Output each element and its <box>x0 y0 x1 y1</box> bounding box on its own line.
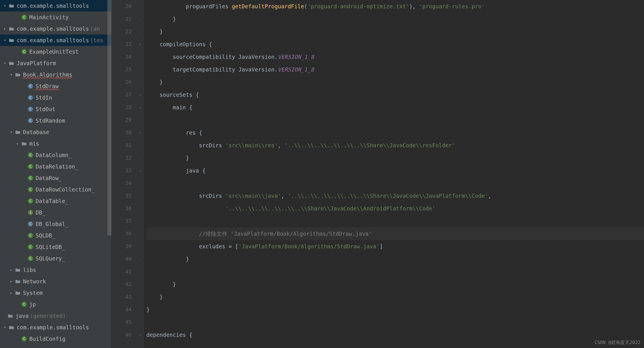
fold-open-icon[interactable]: ⊟ <box>137 328 143 341</box>
chevron-right-icon[interactable]: ▸ <box>15 141 20 146</box>
fold-open-icon[interactable]: ⊟ <box>137 164 143 177</box>
fold-close-icon[interactable]: ⌞ <box>137 291 143 303</box>
class-icon: C <box>28 244 33 250</box>
tree-item-datatable-[interactable]: CDataTable_ <box>0 195 111 207</box>
token-default: res <box>146 129 199 136</box>
fold-none <box>137 190 143 202</box>
code-line[interactable]: srcDirs 'src\\main\\java', '..\\..\\..\\… <box>146 190 644 202</box>
code-line[interactable] <box>146 316 644 328</box>
tree-item-libs[interactable]: ▸libs <box>0 264 111 276</box>
code-line[interactable]: } <box>146 13 644 25</box>
code-line[interactable]: res { <box>146 126 644 139</box>
tree-item-datacolumn-[interactable]: CDataColumn_ <box>0 149 111 161</box>
tree-item-datarowcollection-[interactable]: CDataRowCollection_ <box>0 184 111 195</box>
chevron-right-icon[interactable]: ▸ <box>2 26 7 31</box>
code-line[interactable]: } <box>146 291 644 303</box>
code-line[interactable]: sourceSets { <box>146 88 644 101</box>
chevron-down-icon[interactable]: ▾ <box>9 72 14 77</box>
tree-item-buildconfig[interactable]: CBuildConfig <box>0 333 111 345</box>
code-line[interactable] <box>146 215 644 227</box>
tree-item-sqldb-[interactable]: CSQLDB_ <box>0 230 111 241</box>
code-line[interactable] <box>146 114 644 126</box>
fold-open-icon[interactable]: ⊟ <box>137 88 143 101</box>
chevron-down-icon[interactable]: ▾ <box>2 38 7 43</box>
tree-item-jp[interactable]: Cjp <box>0 299 111 310</box>
tree-item-db-[interactable]: IDB_ <box>0 207 111 218</box>
fold-close-icon[interactable]: ⌞ <box>137 13 143 25</box>
code-line[interactable]: '..\\..\\..\\..\\..\\..\\Share\\JavaCode… <box>146 202 644 215</box>
tree-item-com-example-smalltools[interactable]: ▾com.example.smalltools <box>0 322 111 333</box>
code-line[interactable]: main { <box>146 101 644 114</box>
tree-item-javaplatform[interactable]: ▾JavaPlatform <box>0 57 111 69</box>
code-line[interactable]: } <box>146 76 644 88</box>
tree-item-database[interactable]: ▾Database <box>0 126 111 138</box>
chevron-down-icon[interactable]: ▾ <box>9 129 14 135</box>
fold-close-icon[interactable]: ⌞ <box>137 278 143 291</box>
tree-item-book-algorithms[interactable]: ▾Book.Algorithms <box>0 69 111 80</box>
tree-item-com-example-smalltools[interactable]: ▾com.example.smalltools <box>0 0 111 11</box>
class-icon: C <box>28 198 33 204</box>
code-line[interactable]: } <box>146 152 644 164</box>
fold-open-icon[interactable]: ⊟ <box>137 126 143 139</box>
chevron-right-icon[interactable]: ▸ <box>9 279 14 284</box>
fold-open-icon[interactable]: ⊟ <box>137 101 143 114</box>
token-bracket: } <box>146 294 163 300</box>
tree-item-sqlquery-[interactable]: CSQLQuery_ <box>0 253 111 264</box>
code-area[interactable]: proguardFiles getDefaultProguardFile('pr… <box>144 0 644 348</box>
code-line[interactable]: } <box>146 25 644 38</box>
code-line[interactable]: java { <box>146 164 644 177</box>
code-line[interactable]: srcDirs 'src\\main\\res', '..\\..\\..\\.… <box>146 139 644 152</box>
tree-item-db-global-[interactable]: CDB_Global_ <box>0 218 111 230</box>
code-line[interactable]: excludes = ['JavaPlatform/Book/Algorithm… <box>146 240 644 253</box>
tree-item-network[interactable]: ▸Network <box>0 276 111 287</box>
chevron-down-icon[interactable]: ▾ <box>2 3 7 8</box>
code-line[interactable]: } <box>146 253 644 265</box>
code-line[interactable]: compileOptions { <box>146 38 644 51</box>
fold-close-icon[interactable]: ⌞ <box>137 303 143 316</box>
token-string: '..\\..\\..\\..\\..\\..\\Share\\JavaCode… <box>225 205 436 212</box>
tree-item-stdin[interactable]: CStdIn <box>0 92 111 103</box>
code-line[interactable]: dependencies { <box>146 328 644 341</box>
code-line[interactable]: //排除文件 'JavaPlatform/Book/Algorithms/Std… <box>146 227 644 240</box>
scrollbar-thumb[interactable] <box>107 0 111 235</box>
chevron-down-icon[interactable]: ▾ <box>2 61 7 66</box>
fold-open-icon[interactable]: ⊟ <box>137 38 143 51</box>
project-tree[interactable]: ▾com.example.smalltoolsCMainActivity▸com… <box>0 0 111 348</box>
class-icon: C <box>21 336 27 342</box>
tree-item-java[interactable]: java(generated) <box>0 310 111 322</box>
tree-item-mainactivity[interactable]: CMainActivity <box>0 11 111 23</box>
token-default: java <box>146 167 202 174</box>
code-line[interactable]: targetCompatibility JavaVersion.VERSION_… <box>146 63 644 76</box>
fold-close-icon[interactable]: ⌞ <box>137 76 143 88</box>
fold-column[interactable]: ⌞⌞⊟⌞⊟⊟⊟⌞⊟⌞⌞⌞⌞⊟ <box>137 0 144 348</box>
tree-item-system[interactable]: ▸System <box>0 287 111 299</box>
fold-none <box>137 0 143 13</box>
chevron-right-icon[interactable]: ▸ <box>9 267 14 272</box>
tree-label: DB_ <box>36 209 45 216</box>
tree-item-datarow-[interactable]: CDataRow_ <box>0 172 111 184</box>
tree-item-sqlitedb-[interactable]: CSQLiteDB_ <box>0 241 111 253</box>
code-line[interactable] <box>146 265 644 278</box>
chevron-down-icon[interactable]: ▾ <box>2 325 7 330</box>
code-line[interactable]: sourceCompatibility JavaVersion.VERSION_… <box>146 51 644 63</box>
tree-label: MainActivity <box>29 14 69 20</box>
code-line[interactable] <box>146 177 644 190</box>
tree-item-com-example-smalltools-tes[interactable]: ▸com.example.smalltools.tes <box>0 345 111 348</box>
code-editor[interactable]: 2021222324252627282930313233343536373839… <box>111 0 644 348</box>
tree-item-exampleunittest[interactable]: CExampleUnitTest <box>0 46 111 57</box>
line-number: 32 <box>111 152 131 164</box>
fold-close-icon[interactable]: ⌞ <box>137 152 143 164</box>
code-line[interactable]: proguardFiles getDefaultProguardFile('pr… <box>146 0 644 13</box>
code-line[interactable]: } <box>146 278 644 291</box>
tree-item-mis[interactable]: ▸mis <box>0 138 111 149</box>
code-line[interactable]: } <box>146 303 644 316</box>
tree-item-stdout[interactable]: CStdOut <box>0 103 111 115</box>
fold-close-icon[interactable]: ⌞ <box>137 253 143 265</box>
fold-close-icon[interactable]: ⌞ <box>137 25 143 38</box>
tree-item-datarelation-[interactable]: CDataRelation_ <box>0 161 111 172</box>
tree-item-stddraw[interactable]: CStdDraw <box>0 80 111 92</box>
tree-item-stdrandom[interactable]: CStdRandom <box>0 115 111 126</box>
tree-item-com-example-smalltools[interactable]: ▾com.example.smalltools(tes <box>0 34 111 46</box>
tree-item-com-example-smalltools[interactable]: ▸com.example.smalltools(an <box>0 23 111 34</box>
chevron-right-icon[interactable]: ▸ <box>9 290 14 295</box>
